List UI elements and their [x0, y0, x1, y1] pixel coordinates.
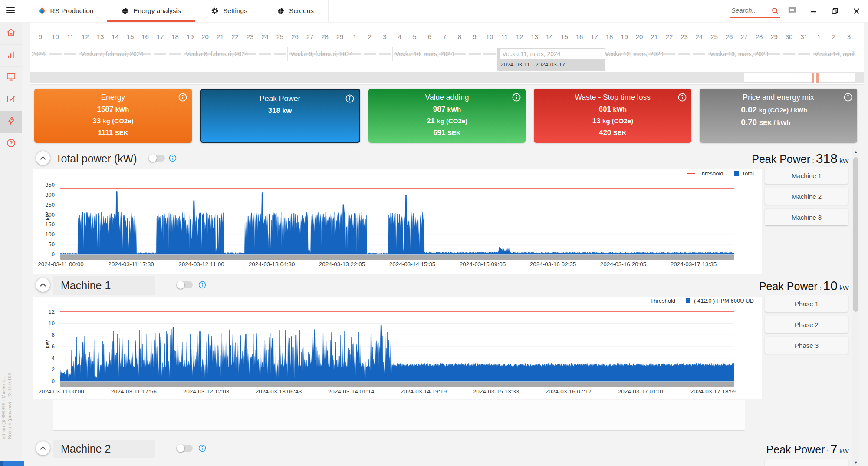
- timeline-day[interactable]: 23: [247, 33, 254, 40]
- timeline-day[interactable]: 3: [383, 33, 386, 40]
- kpi-card-price-and-energy-mix[interactable]: Price and energy mix0.02 kg (CO2e) / kWh…: [700, 89, 857, 143]
- timeline-day[interactable]: 18: [171, 33, 179, 40]
- machine2-toggle[interactable]: [177, 445, 193, 452]
- timeline-day[interactable]: 30: [786, 33, 793, 40]
- kpi-card-value-adding[interactable]: Value adding987 kWh21 kg (CO2e)691 SEK: [368, 89, 526, 143]
- timeline-day[interactable]: 12: [82, 33, 89, 40]
- minimize-button[interactable]: [808, 5, 819, 17]
- timeline-day[interactable]: 5: [413, 33, 416, 40]
- timeline-day[interactable]: 10: [486, 33, 493, 40]
- timeline-day[interactable]: 13: [97, 33, 104, 40]
- sidebar-item-home[interactable]: [0, 22, 22, 45]
- timeline-scrollbar[interactable]: [30, 72, 864, 83]
- timeline-day[interactable]: 9: [39, 33, 42, 40]
- selected-week-highlight[interactable]: Vecka 11, mars, 2024 2024-03-11 - 2024-0…: [497, 48, 605, 71]
- timeline-day[interactable]: 21: [651, 33, 658, 40]
- scrollbar-thumb[interactable]: [853, 157, 858, 312]
- sidebar-item-tasks[interactable]: [0, 89, 22, 111]
- total-power-chart-plot[interactable]: [60, 180, 734, 255]
- timeline-day[interactable]: 19: [621, 33, 628, 40]
- timeline-week-label[interactable]: Vecka 12, mars, 2024: [605, 50, 664, 57]
- sidebar-item-screens[interactable]: [0, 66, 22, 89]
- search-icon[interactable]: [771, 7, 779, 17]
- scroll-up-icon[interactable]: ▲: [852, 149, 859, 155]
- timeline-day[interactable]: 8: [458, 33, 461, 40]
- timeline-day[interactable]: 27: [306, 33, 314, 40]
- timeline-day[interactable]: 14: [546, 33, 553, 40]
- select-button-machine-1[interactable]: Machine 1: [765, 167, 848, 184]
- timeline-week-label[interactable]: Vecka 8, februari, 2024: [186, 50, 248, 57]
- hamburger-menu-icon[interactable]: [6, 7, 15, 14]
- machine1-legend[interactable]: Threshold ( 412.0 ) HPM 600U UD: [639, 297, 754, 304]
- tab-rs-production[interactable]: RS Production: [24, 0, 107, 22]
- timeline-day[interactable]: 10: [52, 33, 59, 40]
- timeline-day[interactable]: 19: [187, 33, 194, 40]
- timeline-day[interactable]: 11: [67, 33, 74, 40]
- timeline-day[interactable]: 2: [832, 33, 835, 40]
- vertical-scrollbar[interactable]: ▲ ▼: [852, 149, 859, 466]
- timeline-week-label[interactable]: Vecka 7, februari, 2024: [81, 50, 143, 57]
- select-button-phase-1[interactable]: Phase 1: [765, 295, 848, 312]
- select-button-machine-3[interactable]: Machine 3: [765, 209, 848, 225]
- kpi-card-waste-stop-time-loss[interactable]: Waste - Stop time loss601 kWh13 kg (CO2e…: [534, 89, 691, 143]
- close-button[interactable]: [851, 5, 862, 17]
- timeline-day[interactable]: 27: [740, 33, 748, 40]
- timeline-day[interactable]: 11: [501, 33, 508, 40]
- info-icon[interactable]: [345, 94, 355, 105]
- timeline-day[interactable]: 14: [112, 33, 119, 40]
- timeline-day[interactable]: 2: [368, 33, 372, 40]
- info-icon[interactable]: [178, 93, 187, 104]
- search-field[interactable]: [730, 4, 780, 18]
- search-input[interactable]: [730, 4, 769, 14]
- tab-energy-analysis[interactable]: Energy analysis: [107, 0, 195, 22]
- timeline-day[interactable]: 29: [770, 33, 778, 40]
- timeline-day[interactable]: 9: [473, 33, 476, 40]
- machine1-toggle[interactable]: [177, 281, 193, 288]
- timeline-scroll-window[interactable]: [744, 73, 855, 83]
- timeline-day[interactable]: 26: [291, 33, 299, 40]
- timeline-day[interactable]: 4: [398, 33, 401, 40]
- total-power-legend[interactable]: Threshold Total: [687, 170, 754, 177]
- select-button-machine-2[interactable]: Machine 2: [765, 188, 848, 205]
- timeline-day[interactable]: 18: [606, 33, 613, 40]
- timeline-week-label[interactable]: Vecka 10, mars, 2024: [395, 50, 454, 57]
- total-power-toggle[interactable]: [149, 155, 165, 162]
- timeline-day[interactable]: 15: [561, 33, 568, 40]
- scroll-down-icon[interactable]: ▼: [852, 459, 859, 466]
- timeline-week-label[interactable]: Vecka 14, april,: [815, 50, 856, 57]
- select-button-phase-2[interactable]: Phase 2: [765, 316, 848, 333]
- select-button-phase-3[interactable]: Phase 3: [765, 337, 848, 354]
- timeline-day[interactable]: 31: [800, 33, 808, 40]
- tab-settings[interactable]: Settings: [195, 0, 263, 22]
- timeline-day[interactable]: 23: [681, 33, 688, 40]
- timeline-day[interactable]: 24: [696, 33, 703, 40]
- timeline-day[interactable]: 25: [710, 33, 718, 40]
- machine-1-chart-plot[interactable]: [60, 308, 734, 382]
- machine2-info-icon[interactable]: [198, 444, 206, 454]
- sidebar-item-analytics[interactable]: [0, 44, 22, 67]
- timeline-day[interactable]: 25: [276, 33, 284, 40]
- machine1-info-icon[interactable]: [198, 281, 206, 291]
- timeline-day[interactable]: 20: [636, 33, 643, 40]
- kpi-card-peak-power[interactable]: Peak Power318 kW: [200, 89, 360, 143]
- chart-range-bar[interactable]: [60, 255, 734, 260]
- timeline-day[interactable]: 22: [231, 33, 239, 40]
- timeline-day[interactable]: 12: [516, 33, 523, 40]
- sidebar-item-energy-analysis[interactable]: [0, 111, 22, 133]
- sidebar-item-help[interactable]: [0, 133, 22, 155]
- timeline-day[interactable]: 15: [127, 33, 134, 40]
- timeline-day[interactable]: 17: [157, 33, 164, 40]
- info-icon[interactable]: [677, 93, 687, 104]
- timeline-day[interactable]: 7: [443, 33, 446, 40]
- kpi-card-energy[interactable]: Energy1587 kWh33 kg (CO2e)1111 SEK: [34, 89, 192, 143]
- timeline-day[interactable]: 6: [428, 33, 431, 40]
- phase-button-partial[interactable]: [765, 459, 848, 466]
- collapse-machine1-button[interactable]: [36, 278, 50, 292]
- collapse-machine2-button[interactable]: [36, 441, 50, 455]
- timeline-day[interactable]: 20: [201, 33, 209, 40]
- timeline-week-label[interactable]: 2024: [32, 50, 45, 57]
- timeline-week-label[interactable]: Vecka 9, februari, 2024: [290, 50, 353, 57]
- timeline-day[interactable]: 1: [353, 33, 356, 40]
- timeline-selection-handle[interactable]: [812, 73, 819, 83]
- timeline-day[interactable]: 22: [666, 33, 673, 40]
